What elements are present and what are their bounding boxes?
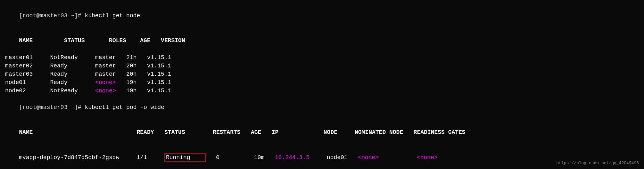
node-row-node01: node01 Ready <none> 19h v1.15.1 (5, 78, 639, 87)
node-row-master03: master03 Ready master 20h v1.15.1 (5, 70, 639, 78)
prompt-1: [root@master03 ~]# (19, 12, 85, 19)
watermark: https://blog.csdn.net/qq_42049496 (557, 160, 639, 166)
node-row-master02: master02 Ready master 20h v1.15.1 (5, 62, 639, 70)
terminal: [root@master03 ~]# kubectl get node NAME… (5, 3, 639, 169)
status-running-1: Running (164, 153, 206, 162)
node-table-header: NAME STATUS ROLES AGE VERSION (5, 28, 639, 53)
cmd-2: kubectl get pod -o wide (85, 104, 164, 111)
pod-table-header: NAME READY STATUS RESTARTS AGE IP NODE N… (5, 120, 639, 145)
command-line-2: [root@master03 ~]# kubectl get pod -o wi… (5, 95, 639, 120)
prompt-2: [root@master03 ~]# (19, 104, 85, 111)
node-row-node02: node02 NotReady <none> 19h v1.15.1 (5, 87, 639, 95)
command-line-1: [root@master03 ~]# kubectl get node (5, 3, 639, 28)
cmd-1: kubectl get node (85, 12, 140, 19)
pod-row-2gsdw: myapp-deploy-7d847d5cbf-2gsdw 1/1 Runnin… (5, 145, 639, 169)
node-row-master01: master01 NotReady master 21h v1.15.1 (5, 53, 639, 62)
